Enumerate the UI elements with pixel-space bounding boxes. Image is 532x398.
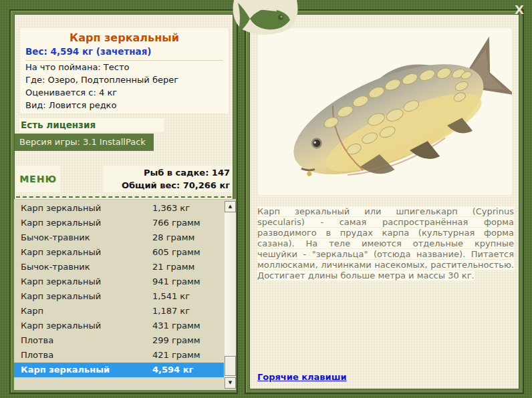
rated-from-line: Оценивается с: 4 кг	[25, 87, 223, 99]
catch-list-row[interactable]: Карп зеркальный 4,594 кг	[14, 363, 224, 377]
fish-info-card: Карп зеркальный Вес: 4,594 кг (зачетная)…	[19, 27, 229, 114]
creel-summary: Рыб в садке: 147 Общий вес: 70,266 кг	[104, 166, 233, 192]
catch-list-row[interactable]: Карп зеркальный 605 грамм	[14, 245, 224, 260]
fish-photo	[257, 27, 513, 196]
scroll-up-icon[interactable]: ▲	[225, 201, 236, 212]
catch-list-row[interactable]: Бычок-травник 28 грамм	[14, 230, 224, 245]
row-fish-weight: 605 грамм	[152, 245, 201, 260]
fish-list: Карп зеркальный 1,363 кг Карп зеркальный…	[14, 201, 224, 390]
catch-list-row[interactable]: Карп зеркальный 1,363 кг	[14, 201, 224, 216]
row-fish-name: Карп зеркальный	[21, 289, 101, 304]
dashed-divider	[16, 196, 231, 198]
list-scrollbar[interactable]: ▲ ▼	[225, 201, 236, 389]
catch-list-row[interactable]: Плотва 299 грамм	[14, 333, 224, 348]
row-fish-name: Бычок-травник	[21, 230, 90, 245]
catch-info-panel: Карп зеркальный Вес: 4,594 кг (зачетная)…	[9, 9, 238, 394]
row-fish-weight: 4,594 кг	[152, 363, 193, 377]
catch-list-row[interactable]: Карп зеркальный 1,541 кг	[14, 289, 224, 304]
row-fish-name: Плотва	[21, 348, 53, 363]
row-fish-weight: 431 грамм	[152, 319, 201, 333]
row-fish-name: Плотва	[21, 333, 53, 348]
row-fish-weight: 299 грамм	[152, 333, 201, 348]
hotkeys-link[interactable]: Горячие клавиши	[257, 372, 347, 382]
scroll-down-icon[interactable]: ▼	[225, 377, 236, 389]
game-window: Карп зеркальный Вес: 4,594 кг (зачетная)…	[0, 0, 532, 398]
row-fish-weight: 941 грамм	[152, 274, 201, 289]
close-button[interactable]: X	[511, 3, 528, 19]
row-fish-name: Карп зеркальный	[21, 201, 101, 216]
catch-list-row[interactable]: Карп зеркальный 941 грамм	[14, 274, 224, 289]
row-fish-weight: 28 грамм	[152, 230, 194, 245]
row-fish-weight: 1,541 кг	[152, 289, 190, 304]
catch-list-container: Карп зеркальный 1,363 кг Карп зеркальный…	[14, 199, 236, 390]
catch-list-row[interactable]: Карп зеркальный 431 грамм	[14, 319, 224, 333]
game-version-bar: Версия игры: 3.1 InstallPack 4	[15, 134, 154, 151]
row-fish-name: Карп зеркальный	[21, 274, 101, 289]
row-fish-weight: 421 грамм	[152, 348, 201, 363]
location-line: Где: Озеро, Подтопленный берег	[25, 74, 223, 86]
row-fish-weight: 21 грамм	[152, 260, 194, 274]
fish-details-panel: Карп зеркальный или шпигелькарп (Cyprinu…	[245, 9, 524, 394]
creel-fish-count: Рыб в садке: 147	[104, 166, 230, 179]
row-fish-weight: 766 грамм	[152, 216, 201, 230]
rarity-line: Вид: Ловится редко	[25, 100, 223, 112]
fish-name-title: Карп зеркальный	[25, 31, 223, 44]
catch-list-row[interactable]: Карп 1,187 кг	[14, 304, 224, 319]
catch-list-row[interactable]: Бычок-травник 21 грамм	[14, 260, 224, 274]
row-fish-name: Карп зеркальный	[21, 363, 110, 377]
row-fish-name: Бычок-травник	[21, 260, 90, 274]
bait-line: На что поймана: Тесто	[25, 61, 223, 73]
catch-list-row[interactable]: Плотва 421 грамм	[14, 348, 224, 363]
row-fish-name: Карп зеркальный	[21, 245, 101, 260]
row-fish-name: Карп	[21, 304, 43, 319]
menu-button[interactable]: МЕНЮ	[16, 166, 60, 192]
row-fish-name: Карп зеркальный	[21, 319, 101, 333]
license-status: Есть лицензия	[19, 118, 164, 132]
creel-total-weight: Общий вес: 70,266 кг	[104, 179, 230, 192]
row-fish-weight: 1,187 кг	[152, 304, 190, 319]
mirror-carp-image	[258, 28, 512, 195]
fish-weight-line: Вес: 4,594 кг (зачетная)	[25, 46, 223, 61]
scrollbar-thumb[interactable]	[225, 356, 236, 376]
catch-list-row[interactable]: Карп зеркальный 766 грамм	[14, 216, 224, 230]
fish-description: Карп зеркальный или шпигелькарп (Cyprinu…	[257, 206, 514, 281]
row-fish-name: Карп зеркальный	[21, 216, 101, 230]
row-fish-weight: 1,363 кг	[152, 201, 190, 216]
